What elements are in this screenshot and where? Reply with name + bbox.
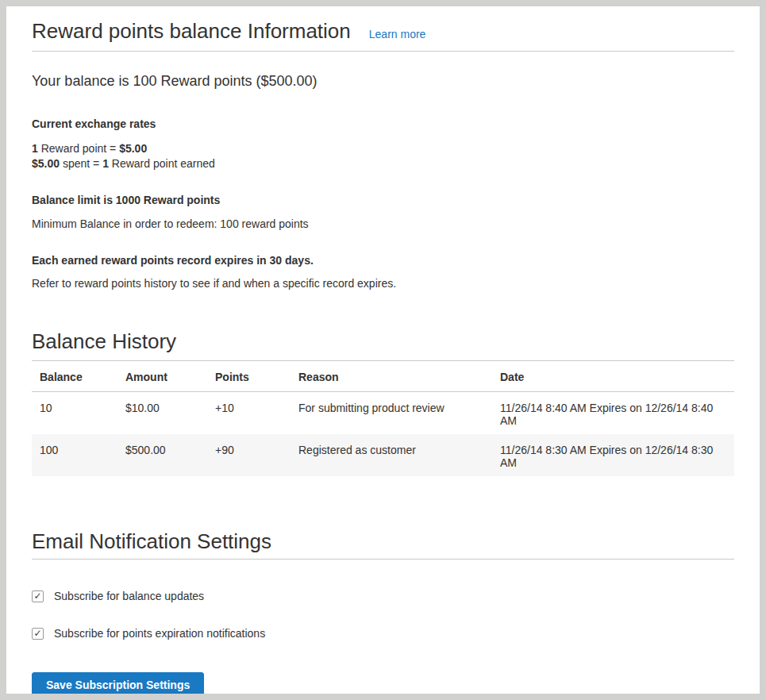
cell-reason: Registered as customer — [291, 434, 492, 476]
balance-history-title: Balance History — [32, 329, 734, 354]
rate2-amount: $5.00 — [32, 157, 60, 170]
cell-date: 11/26/14 8:30 AM Expires on 12/26/14 8:3… — [492, 434, 734, 476]
content-card: Reward points balance Information Learn … — [6, 6, 760, 694]
column-header-date: Date — [492, 361, 734, 392]
check-icon: ✓ — [33, 629, 41, 638]
column-header-reason: Reason — [291, 361, 492, 392]
cell-amount: $500.00 — [117, 434, 207, 476]
cell-balance: 10 — [32, 392, 117, 435]
balance-limit: Balance limit is 1000 Reward points — [32, 194, 734, 206]
check-icon: ✓ — [33, 591, 41, 601]
page-background: { "colors": { "accent": "#1979c3", "page… — [0, 0, 766, 700]
column-header-amount: Amount — [117, 361, 207, 392]
learn-more-link[interactable]: Learn more — [369, 28, 426, 40]
page-title: Reward points balance Information — [32, 19, 351, 44]
cell-points: +90 — [207, 434, 291, 476]
rate2-tail: Reward point earned — [109, 157, 215, 170]
table-row: 100 $500.00 +90 Registered as customer 1… — [32, 434, 734, 476]
points-expiration-checkbox[interactable]: ✓ — [32, 628, 44, 640]
exchange-rates-title: Current exchange rates — [32, 117, 734, 130]
cell-reason: For submitting product review — [291, 392, 492, 435]
points-expiration-option: ✓ Subscribe for points expiration notifi… — [32, 627, 734, 640]
expiry-rule: Each earned reward points record expires… — [32, 254, 734, 267]
exchange-rates: 1 Reward point = $5.00 $5.00 spent = 1 R… — [32, 141, 734, 171]
cell-balance: 100 — [32, 434, 117, 476]
balance-updates-checkbox[interactable]: ✓ — [32, 590, 44, 602]
minimum-balance: Minimum Balance in order to redeem: 100 … — [32, 217, 734, 230]
cell-points: +10 — [207, 392, 291, 435]
rate2-points: 1 — [102, 157, 109, 170]
email-settings-title: Email Notification Settings — [32, 529, 734, 554]
rate1-amount: $5.00 — [119, 142, 147, 155]
column-header-points: Points — [207, 361, 291, 392]
email-settings-divider — [32, 559, 734, 560]
save-subscription-settings-button[interactable]: Save Subscription Settings — [32, 672, 204, 694]
cell-date: 11/26/14 8:40 AM Expires on 12/26/14 8:4… — [492, 392, 734, 435]
rate2-text: spent = — [60, 157, 102, 170]
column-header-balance: Balance — [32, 361, 117, 392]
rate1-text: Reward point = — [38, 142, 119, 155]
balance-updates-option: ✓ Subscribe for balance updates — [32, 590, 734, 602]
table-header-row: Balance Amount Points Reason Date — [32, 361, 734, 392]
balance-summary: Your balance is 100 Reward points ($500.… — [32, 73, 734, 90]
balance-updates-label[interactable]: Subscribe for balance updates — [54, 590, 204, 602]
expiry-note: Refer to reward points history to see if… — [32, 277, 734, 290]
table-row: 10 $10.00 +10 For submitting product rev… — [32, 392, 734, 435]
cell-amount: $10.00 — [117, 392, 207, 435]
header-divider — [32, 51, 734, 52]
points-expiration-label[interactable]: Subscribe for points expiration notifica… — [54, 627, 265, 640]
balance-history-table: Balance Amount Points Reason Date 10 $10… — [32, 360, 734, 476]
page-header: Reward points balance Information Learn … — [32, 19, 734, 44]
rate1-points: 1 — [32, 142, 38, 155]
